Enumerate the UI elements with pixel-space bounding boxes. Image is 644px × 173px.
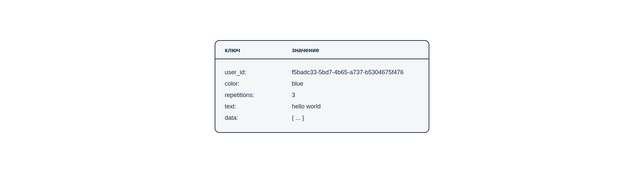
row-key: color: <box>225 78 292 89</box>
row-value: { ... } <box>292 112 419 123</box>
header-value-column: значение <box>292 47 419 54</box>
row-value: 3 <box>292 89 419 101</box>
table-row: repetitions: 3 <box>225 89 419 101</box>
kv-table-card: ключ значение user_id: f5badc33-5bd7-4b6… <box>215 40 429 133</box>
table-row: text: hello world <box>225 101 419 112</box>
table-row: color: blue <box>225 78 419 89</box>
row-value: f5badc33-5bd7-4b65-a737-b5304675f476 <box>292 67 419 78</box>
kv-table-header: ключ значение <box>215 41 429 59</box>
table-row: data: { ... } <box>225 112 419 123</box>
kv-table-body: user_id: f5badc33-5bd7-4b65-a737-b530467… <box>215 59 429 133</box>
row-value: blue <box>292 78 419 89</box>
row-key: repetitions: <box>225 89 292 101</box>
table-row: user_id: f5badc33-5bd7-4b65-a737-b530467… <box>225 67 419 78</box>
row-key: data: <box>225 112 292 123</box>
header-key-column: ключ <box>225 47 292 54</box>
row-key: text: <box>225 101 292 112</box>
row-value: hello world <box>292 101 419 112</box>
row-key: user_id: <box>225 67 292 78</box>
